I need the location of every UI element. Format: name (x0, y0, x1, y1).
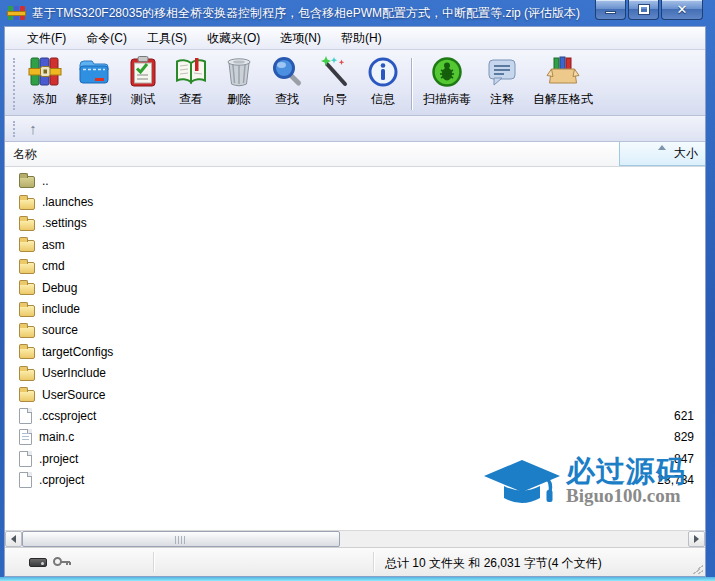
scrollbar-thumb[interactable] (22, 531, 340, 547)
folder-icon (19, 305, 35, 317)
address-bar: ↑ (5, 116, 705, 142)
comment-button[interactable]: 注释 (478, 54, 526, 109)
menu-bar: 文件(F) 命令(C) 工具(S) 收藏夹(O) 选项(N) 帮助(H) (5, 27, 705, 50)
text-file-icon (19, 429, 32, 445)
file-row[interactable]: .ccsproject621 (5, 405, 705, 426)
window-controls: ✕ (595, 0, 703, 20)
close-button[interactable]: ✕ (661, 0, 703, 20)
add-icon (28, 55, 62, 89)
menu-item-file[interactable]: 文件(F) (17, 27, 76, 50)
maximize-button[interactable] (628, 0, 659, 20)
delete-button[interactable]: 删除 (215, 54, 263, 109)
test-icon (126, 55, 160, 89)
file-row[interactable]: main.c829 (5, 427, 705, 448)
file-row[interactable]: targetConfigs (5, 341, 705, 362)
info-icon (366, 55, 400, 89)
extract-to-button[interactable]: 解压到 (69, 54, 119, 109)
file-icon (19, 472, 32, 488)
file-row[interactable]: .launches (5, 191, 705, 212)
test-button[interactable]: 测试 (119, 54, 167, 109)
find-button[interactable]: 查找 (263, 54, 311, 109)
up-one-level-button[interactable]: ↑ (22, 119, 44, 139)
up-arrow-icon: ↑ (29, 120, 37, 137)
file-name: Debug (42, 281, 77, 295)
column-header-row: 名称 大小 (5, 142, 705, 167)
folder-icon (19, 198, 35, 210)
file-row[interactable]: UserInclude (5, 363, 705, 384)
extract-to-icon (77, 55, 111, 89)
view-button[interactable]: 查看 (167, 54, 215, 109)
winrar-app-icon (8, 5, 25, 21)
file-name: UserInclude (42, 366, 106, 380)
file-name: .launches (42, 195, 93, 209)
winrar-window: 基于TMS320F28035的移相全桥变换器控制程序，包含移相ePWM配置方式，… (0, 0, 715, 581)
minimize-button[interactable] (595, 0, 626, 20)
file-row[interactable]: cmd (5, 256, 705, 277)
file-name: .cproject (39, 473, 84, 487)
file-size: 847 (674, 452, 694, 466)
file-name: UserSource (42, 388, 105, 402)
close-icon: ✕ (677, 2, 688, 17)
scan-virus-label: 扫描病毒 (423, 91, 471, 108)
status-separator (153, 552, 154, 572)
maximize-icon (639, 5, 649, 14)
scan-virus-button[interactable]: 扫描病毒 (416, 54, 478, 109)
folder-icon (19, 369, 35, 381)
menu-item-tools[interactable]: 工具(S) (137, 27, 197, 50)
address-bar-drag-handle[interactable] (13, 121, 16, 137)
column-header-name[interactable]: 名称 (5, 146, 37, 163)
status-separator (373, 552, 374, 572)
file-name: main.c (39, 430, 74, 444)
drive-icon[interactable] (29, 558, 47, 567)
folder-icon (19, 283, 35, 295)
file-name: .settings (42, 216, 87, 230)
info-button[interactable]: 信息 (359, 54, 407, 109)
file-name: .ccsproject (39, 409, 96, 423)
file-icon (19, 408, 32, 424)
minimize-icon (605, 11, 616, 14)
wizard-label: 向导 (323, 91, 347, 108)
column-header-size-label: 大小 (674, 145, 698, 162)
resize-grip[interactable] (693, 564, 703, 574)
scroll-left-icon (11, 535, 16, 543)
file-row[interactable]: include (5, 298, 705, 319)
wizard-button[interactable]: 向导 (311, 54, 359, 109)
test-label: 测试 (131, 91, 155, 108)
info-label: 信息 (371, 91, 395, 108)
scroll-right-button[interactable] (688, 531, 705, 547)
extract-to-label: 解压到 (76, 91, 112, 108)
horizontal-scrollbar[interactable] (5, 530, 705, 547)
window-content: 文件(F) 命令(C) 工具(S) 收藏夹(O) 选项(N) 帮助(H) 添加 (4, 26, 706, 577)
key-icon[interactable] (53, 557, 62, 566)
file-list: .. .launches .settings asm cmd Debug inc… (5, 167, 705, 530)
file-name: cmd (42, 259, 65, 273)
menu-item-favorites[interactable]: 收藏夹(O) (197, 27, 270, 50)
menu-item-help[interactable]: 帮助(H) (331, 27, 392, 50)
file-row[interactable]: UserSource (5, 384, 705, 405)
sfx-button[interactable]: 自解压格式 (526, 54, 600, 109)
add-button[interactable]: 添加 (21, 54, 69, 109)
file-name: include (42, 302, 80, 316)
file-row[interactable]: .settings (5, 213, 705, 234)
file-row[interactable]: .cproject23,734 (5, 469, 705, 490)
file-row[interactable]: .project847 (5, 448, 705, 469)
file-row[interactable]: source (5, 320, 705, 341)
sfx-icon (546, 55, 580, 89)
menu-item-commands[interactable]: 命令(C) (76, 27, 137, 50)
file-size: 621 (674, 409, 694, 423)
folder-icon (19, 219, 35, 231)
file-row[interactable]: asm (5, 234, 705, 255)
view-label: 查看 (179, 91, 203, 108)
file-row-up[interactable]: .. (5, 170, 705, 191)
comment-label: 注释 (490, 91, 514, 108)
file-name: .project (39, 452, 78, 466)
status-totals: 总计 10 文件夹 和 26,031 字节(4 个文件) (385, 555, 602, 572)
file-name: asm (42, 238, 65, 252)
scroll-left-button[interactable] (5, 531, 22, 547)
folder-icon (19, 347, 35, 359)
menu-item-options[interactable]: 选项(N) (270, 27, 331, 50)
file-name: source (42, 323, 78, 337)
column-header-size[interactable]: 大小 (619, 142, 705, 166)
file-row[interactable]: Debug (5, 277, 705, 298)
toolbar-drag-handle[interactable] (13, 58, 16, 110)
